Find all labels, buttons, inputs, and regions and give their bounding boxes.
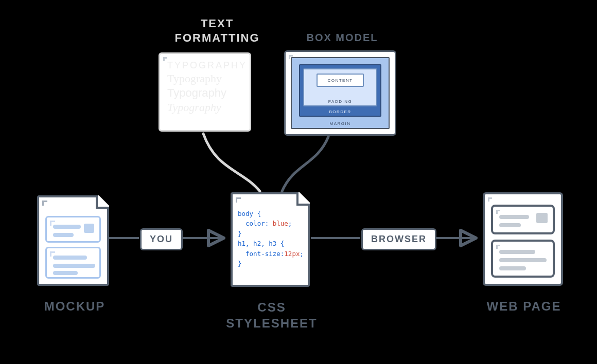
- placeholder-bar: [53, 233, 74, 237]
- panel-corner-tick-icon: [488, 197, 492, 202]
- heading-css-line2: STYLESHEET: [225, 315, 318, 331]
- placeholder-bar: [53, 256, 87, 260]
- placeholder-bar: [53, 225, 81, 229]
- webpage-card-1: [491, 205, 555, 234]
- placeholder-bar: [499, 258, 547, 262]
- webpage-card-2: [491, 240, 555, 278]
- placeholder-thumb: [536, 213, 548, 223]
- placeholder-bar: [53, 264, 95, 268]
- connector-typography: [203, 134, 260, 191]
- panel-text-formatting: TYPOGRAPHY Typography Typography Typogra…: [159, 52, 251, 132]
- panel-corner-tick-icon: [163, 57, 167, 61]
- card-corner-tick-icon: [496, 245, 500, 249]
- panel-box-model: MARGIN BORDER PADDING CONTENT: [284, 50, 396, 136]
- page-corner-tick-icon: [236, 197, 241, 203]
- placeholder-bar: [499, 266, 526, 270]
- placeholder-thumb: [84, 224, 94, 233]
- css-code: body { color: blue; } h1, h2, h3 { font-…: [233, 194, 308, 272]
- heading-text-formatting-line1: TEXT: [161, 16, 274, 31]
- typography-sample-2: Typography: [167, 72, 250, 85]
- label-browser: BROWSER: [361, 228, 436, 250]
- box-model-margin: MARGIN BORDER PADDING CONTENT: [291, 57, 390, 129]
- card-corner-tick-icon: [496, 210, 500, 214]
- mockup-card-2: [45, 247, 101, 279]
- page-fold-icon: [96, 195, 109, 209]
- placeholder-bar: [53, 271, 78, 275]
- heading-mockup: MOCKUP: [31, 299, 118, 314]
- page-corner-tick-icon: [42, 201, 47, 206]
- heading-web-page: WEB PAGE: [478, 299, 570, 314]
- heading-text-formatting: TEXT FORMATTING: [161, 16, 274, 45]
- heading-text-formatting-line2: FORMATTING: [161, 31, 274, 45]
- box-model-border: BORDER PADDING CONTENT: [299, 64, 381, 117]
- box-model-margin-label: MARGIN: [292, 121, 389, 126]
- connector-boxmodel: [282, 137, 328, 191]
- panel-web-page: [483, 192, 563, 286]
- file-mockup: [37, 195, 109, 286]
- label-you: YOU: [140, 228, 183, 250]
- heading-css-line1: CSS: [225, 299, 318, 315]
- page-fold-icon: [296, 192, 310, 206]
- typography-sample-3: Typography: [167, 86, 250, 100]
- placeholder-bar: [499, 250, 535, 254]
- typography-sample-1: TYPOGRAPHY: [167, 60, 250, 71]
- heading-css-stylesheet: CSS STYLESHEET: [225, 299, 318, 331]
- heading-box-model: BOX MODEL: [291, 32, 394, 44]
- box-model-padding-label: PADDING: [304, 99, 376, 104]
- box-model-content: CONTENT: [317, 74, 364, 87]
- box-model-border-label: BORDER: [300, 110, 380, 114]
- typography-sample-4: Typography: [167, 101, 250, 114]
- box-model-content-label: CONTENT: [318, 78, 363, 83]
- mockup-card-1: [45, 216, 101, 243]
- placeholder-bar: [499, 223, 521, 227]
- box-model-padding: PADDING CONTENT: [303, 68, 377, 106]
- file-css-stylesheet: body { color: blue; } h1, h2, h3 { font-…: [231, 192, 310, 287]
- placeholder-bar: [499, 215, 529, 219]
